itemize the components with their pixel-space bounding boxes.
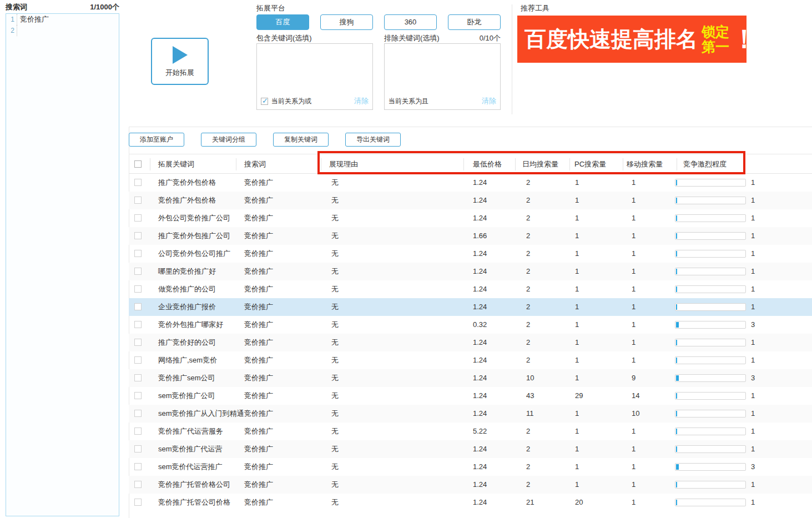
table-row[interactable]: 竞价推广托管价格公司竞价推广无1.242111	[129, 476, 812, 494]
row-checkbox[interactable]	[134, 392, 142, 399]
competition-bar-fill	[676, 180, 677, 185]
cell-competition: 1	[751, 476, 755, 494]
row-checkbox[interactable]	[134, 303, 142, 310]
cell-reason: 无	[331, 298, 339, 316]
row-checkbox[interactable]	[134, 339, 142, 346]
row-checkbox[interactable]	[134, 374, 142, 381]
cell-daily-searches: 2	[526, 245, 530, 263]
search-terms-input-area[interactable]: 1竞价推广2	[6, 13, 119, 516]
cell-mobile-searches: 1	[632, 280, 636, 298]
cell-competition: 1	[751, 209, 755, 227]
header-price: 最低价格	[473, 154, 502, 174]
platform-button-3[interactable]: 360	[384, 14, 437, 30]
cell-pc-searches: 1	[575, 245, 579, 263]
row-checkbox[interactable]	[134, 499, 142, 506]
competition-bar	[675, 250, 746, 258]
row-checkbox[interactable]	[134, 285, 142, 293]
include-relation-label: 当前关系为或	[271, 97, 311, 106]
table-row[interactable]: sem竞价推广公司竞价推广无1.244329141	[129, 387, 812, 405]
table-row[interactable]: 做竞价推广的公司竞价推广无1.242111	[129, 280, 812, 298]
table-row[interactable]: 企业竞价推广报价竞价推广无1.242111	[129, 298, 812, 316]
platform-button-4[interactable]: 卧龙	[448, 14, 501, 30]
cell-keyword: sem竞价推广代运营	[158, 440, 223, 458]
select-all-checkbox[interactable]	[134, 160, 142, 168]
cell-competition: 1	[751, 174, 755, 192]
row-checkbox[interactable]	[134, 428, 142, 435]
table-row[interactable]: 推广竞价外包推广公司竞价推广无1.662111	[129, 227, 812, 245]
row-checkbox[interactable]	[134, 214, 142, 222]
promo-banner[interactable]: 百度快速提高排名 锁定 第一 ！	[517, 16, 747, 63]
exclude-keywords-textarea[interactable]: 当前关系为且 清除	[384, 43, 501, 110]
cell-keyword: 推广竞价外包推广公司	[158, 227, 230, 245]
cell-search-term: 竞价推广	[244, 369, 273, 387]
copy-keywords-button[interactable]: 复制关键词	[273, 133, 329, 147]
editor-line[interactable]: 2	[6, 25, 119, 36]
exclude-clear-link[interactable]: 清除	[482, 96, 496, 106]
cell-search-term: 竞价推广	[244, 405, 273, 423]
table-row[interactable]: sem竞价代运营推广竞价推广无1.242113	[129, 458, 812, 476]
platform-button-1[interactable]: 百度	[256, 14, 309, 30]
competition-bar-fill	[676, 411, 677, 416]
header-pc: PC搜索量	[574, 154, 606, 174]
cell-competition: 1	[751, 227, 755, 245]
header-daily: 日均搜索量	[522, 154, 558, 174]
row-checkbox[interactable]	[134, 463, 142, 470]
cell-reason: 无	[331, 174, 339, 192]
table-row[interactable]: 竞价推广代运营服务竞价推广无5.222111	[129, 423, 812, 440]
table-row[interactable]: sem竞价推广从入门到精通竞价推广无1.24111101	[129, 405, 812, 423]
include-keywords-textarea[interactable]: 当前关系为或 清除	[256, 43, 373, 110]
cell-daily-searches: 21	[526, 494, 534, 511]
cell-mobile-searches: 1	[632, 351, 636, 369]
table-row[interactable]: 网络推广,sem竞价竞价推广无1.242111	[129, 351, 812, 369]
start-expand-button[interactable]: 开始拓展	[151, 38, 209, 85]
line-number: 1	[6, 14, 17, 25]
table-row[interactable]: 哪里的竞价推广好竞价推广无1.242111	[129, 263, 812, 280]
include-relation-checkbox[interactable]	[261, 98, 268, 105]
search-terms-count: 1/1000个	[50, 2, 119, 12]
cell-keyword: sem竞价推广从入门到精通	[158, 405, 244, 423]
table-row[interactable]: 公司竞价外包公司推广竞价推广无1.242111	[129, 245, 812, 263]
cell-competition: 1	[751, 263, 755, 280]
row-checkbox[interactable]	[134, 250, 142, 257]
cell-search-term: 竞价推广	[244, 263, 273, 280]
row-checkbox[interactable]	[134, 481, 142, 488]
cell-min-price: 1.24	[473, 263, 487, 280]
table-row[interactable]: 竞价外包推广哪家好竞价推广无0.322113	[129, 316, 812, 334]
horizontal-divider	[129, 127, 812, 127]
platform-button-2[interactable]: 搜狗	[320, 14, 373, 30]
table-row[interactable]: 推广竞价外包价格竞价推广无1.242111	[129, 174, 812, 192]
row-checkbox[interactable]	[134, 268, 142, 275]
row-checkbox[interactable]	[134, 179, 142, 186]
table-row[interactable]: sem竞价推广代运营竞价推广无1.242111	[129, 440, 812, 458]
cell-pc-searches: 20	[575, 494, 583, 511]
competition-bar	[675, 463, 746, 471]
competition-bar-fill	[676, 500, 677, 505]
cell-mobile-searches: 1	[632, 476, 636, 494]
competition-bar	[675, 179, 746, 187]
cell-competition: 1	[751, 298, 755, 316]
exclude-keywords-label: 排除关键词(选填)	[384, 33, 440, 43]
editor-line[interactable]: 1竞价推广	[6, 14, 119, 25]
export-keywords-button[interactable]: 导出关键词	[345, 133, 401, 147]
keyword-group-button[interactable]: 关键词分组	[201, 133, 256, 147]
cell-reason: 无	[331, 263, 339, 280]
row-checkbox[interactable]	[134, 356, 142, 364]
cell-competition: 1	[751, 192, 755, 209]
cell-reason: 无	[331, 458, 339, 476]
cell-reason: 无	[331, 476, 339, 494]
row-checkbox[interactable]	[134, 197, 142, 204]
table-row[interactable]: 竞价推广sem公司竞价推广无1.2410193	[129, 369, 812, 387]
row-checkbox[interactable]	[134, 445, 142, 452]
row-checkbox[interactable]	[134, 232, 142, 239]
row-checkbox[interactable]	[134, 410, 142, 417]
add-to-account-button[interactable]: 添加至账户	[129, 133, 184, 147]
cell-reason: 无	[331, 405, 339, 423]
cell-search-term: 竞价推广	[244, 494, 273, 511]
table-row[interactable]: 竞价推广外包价格竞价推广无1.242111	[129, 192, 812, 209]
cell-competition: 3	[751, 369, 755, 387]
table-row[interactable]: 推广竞价好的公司竞价推广无1.242111	[129, 334, 812, 351]
include-clear-link[interactable]: 清除	[354, 96, 369, 106]
table-row[interactable]: 外包公司竞价推广公司竞价推广无1.242111	[129, 209, 812, 227]
table-row[interactable]: 竞价推广托管公司价格竞价推广无1.24212011	[129, 494, 812, 511]
row-checkbox[interactable]	[134, 321, 142, 328]
